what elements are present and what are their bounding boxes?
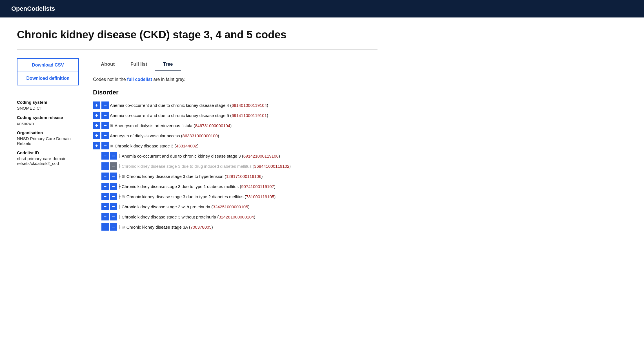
tree-row: + − Aneurysm of dialysis vascular access…: [93, 131, 377, 141]
info-suffix: are in faint grey.: [152, 77, 185, 82]
code-link[interactable]: 700378005: [190, 225, 212, 229]
expand-plus-button[interactable]: +: [101, 193, 109, 200]
expand-plus-button[interactable]: +: [93, 122, 100, 129]
app-logo: OpenCodelists: [11, 5, 55, 12]
expand-plus-button[interactable]: +: [101, 203, 109, 210]
title-divider: [17, 49, 377, 50]
row-text: Chronic kidney disease stage 3 (43314400…: [115, 143, 199, 148]
collapse-minus-button[interactable]: −: [101, 132, 109, 139]
tree-row: + − ⊞ Aneurysm of dialysis arteriovenous…: [93, 120, 377, 131]
expand-plus-button[interactable]: +: [101, 213, 109, 220]
tree-container: + − Anemia co-occurrent and due to chron…: [93, 100, 377, 232]
expand-plus-button[interactable]: +: [93, 101, 100, 109]
code-link[interactable]: 691401000119104: [232, 103, 267, 108]
tree-row: + − Anemia co-occurrent and due to chron…: [93, 100, 377, 110]
codelist-id-value: nhsd-primary-care-domain-refsets/ckdatri…: [17, 156, 79, 166]
collapse-minus-button[interactable]: −: [101, 142, 109, 149]
row-text: Anemia co-occurrent and due to chronic k…: [110, 103, 268, 108]
row-text: Anemia co-occurrent and due to chronic k…: [110, 113, 268, 118]
collapse-minus-button[interactable]: −: [110, 173, 117, 180]
organisation-value: NHSD Primary Care Domain Refsets: [17, 136, 79, 146]
row-text: Chronic kidney disease stage 3 without p…: [122, 215, 256, 219]
collapse-minus-button[interactable]: −: [110, 223, 117, 231]
tree-branch-icon: ├: [118, 164, 121, 168]
expand-plus-button[interactable]: +: [101, 162, 109, 170]
collapse-minus-button[interactable]: −: [101, 122, 109, 129]
tree-row: + − ├ Anemia co-occurrent and due to chr…: [101, 151, 377, 161]
info-prefix: Codes not in the: [93, 77, 127, 82]
expand-plus-button[interactable]: +: [101, 183, 109, 190]
sidebar-divider: [17, 94, 79, 94]
collapse-minus-button[interactable]: −: [110, 213, 117, 220]
row-text: Chronic kidney disease stage 3A (7003780…: [126, 225, 213, 229]
tree-row: + − ├ ⊞ Chronic kidney disease stage 3A …: [101, 222, 377, 232]
expand-icon: ⊞: [110, 123, 113, 128]
row-text: Chronic kidney disease stage 3 with prot…: [122, 204, 250, 209]
full-codelist-link[interactable]: full codelist: [127, 77, 152, 82]
tree-branch-icon: ├: [118, 215, 121, 219]
row-text: Chronic kidney disease stage 3 due to ty…: [126, 194, 276, 199]
expand-icon: ⊞: [122, 195, 125, 199]
tree-branch-icon: ├: [118, 184, 121, 189]
tree-row: + − ├ Chronic kidney disease stage 3 wit…: [101, 202, 377, 212]
tree-row: + − ├ ⊞ Chronic kidney disease stage 3 d…: [101, 171, 377, 181]
code-link[interactable]: 731000119105: [246, 194, 274, 199]
code-link[interactable]: 324281000000104: [219, 215, 254, 219]
tree-row: + − ├ Chronic kidney disease stage 3 due…: [101, 181, 377, 191]
download-buttons: Download CSV Download definition: [17, 58, 79, 85]
code-link[interactable]: 846731000000104: [195, 123, 230, 128]
expand-plus-button[interactable]: +: [93, 142, 100, 149]
tab-tree[interactable]: Tree: [155, 58, 181, 71]
expand-plus-button[interactable]: +: [93, 112, 100, 119]
tabs: About Full list Tree: [93, 58, 377, 71]
tree-row: + − ⊞ Chronic kidney disease stage 3 (43…: [93, 141, 377, 151]
row-text: Chronic kidney disease stage 3 due to ty…: [122, 184, 276, 189]
coding-system-release-value: unknown: [17, 121, 79, 126]
collapse-minus-button[interactable]: −: [110, 162, 117, 170]
code-link[interactable]: 433144002: [176, 143, 197, 148]
code-link[interactable]: 90741000119107: [241, 184, 274, 189]
section-heading: Disorder: [93, 89, 377, 96]
row-text: Aneurysm of dialysis vascular access (86…: [110, 133, 219, 138]
tree-row: + − Anemia co-occurrent and due to chron…: [93, 110, 377, 120]
tabs-area: About Full list Tree Codes not in the fu…: [93, 58, 377, 232]
row-text: Anemia co-occurrent and due to chronic k…: [122, 154, 280, 158]
download-csv-button[interactable]: Download CSV: [17, 59, 78, 72]
collapse-minus-button[interactable]: −: [110, 203, 117, 210]
collapse-minus-button[interactable]: −: [110, 152, 117, 160]
collapse-minus-button[interactable]: −: [101, 112, 109, 119]
tab-full-list[interactable]: Full list: [123, 58, 155, 71]
code-link[interactable]: 368441000119102: [254, 164, 289, 169]
row-text: Aneurysm of dialysis arteriovenous fistu…: [115, 123, 232, 128]
tree-row: + − ├ Chronic kidney disease stage 3 wit…: [101, 212, 377, 222]
tree-branch-icon: ├: [118, 154, 121, 158]
collapse-minus-button[interactable]: −: [110, 193, 117, 200]
tree-branch-icon: ├: [118, 205, 121, 209]
tab-about[interactable]: About: [93, 58, 123, 71]
collapse-minus-button[interactable]: −: [101, 101, 109, 109]
page-title: Chronic kidney disease (CKD) stage 3, 4 …: [17, 29, 377, 41]
download-definition-button[interactable]: Download definition: [17, 72, 78, 85]
expand-plus-button[interactable]: +: [93, 132, 100, 139]
code-link[interactable]: 691421000119108: [243, 154, 279, 158]
codelist-id-label: Codelist ID: [17, 150, 79, 155]
expand-plus-button[interactable]: +: [101, 152, 109, 160]
code-link[interactable]: 324251000000105: [213, 204, 248, 209]
expand-plus-button[interactable]: +: [101, 173, 109, 180]
code-link[interactable]: 129171000119106: [226, 174, 261, 179]
expand-icon: ⊞: [122, 225, 125, 229]
expand-plus-button[interactable]: +: [101, 223, 109, 231]
code-link[interactable]: 691411000119101: [232, 113, 267, 118]
content-layout: Download CSV Download definition Coding …: [17, 58, 377, 232]
coding-system-label: Coding system: [17, 100, 79, 105]
tree-branch-icon: ├: [118, 225, 121, 229]
tree-row: + − ├ Chronic kidney disease stage 3 due…: [101, 161, 377, 171]
tree-branch-icon: ├: [118, 195, 121, 199]
app-header: OpenCodelists: [0, 0, 644, 17]
code-link[interactable]: 863331000000100: [183, 133, 218, 138]
info-text: Codes not in the full codelist are in fa…: [93, 77, 377, 82]
expand-icon: ⊞: [122, 174, 125, 178]
collapse-minus-button[interactable]: −: [110, 183, 117, 190]
row-text-grey: Chronic kidney disease stage 3 due to dr…: [122, 164, 291, 169]
main-content: Chronic kidney disease (CKD) stage 3, 4 …: [0, 17, 394, 243]
